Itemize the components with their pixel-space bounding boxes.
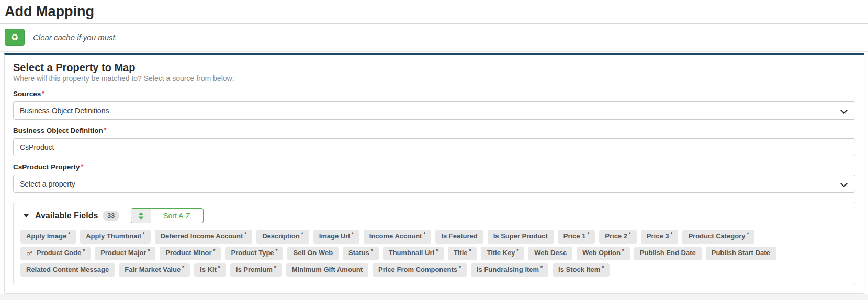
field-chip-label: Thumbnail Url — [389, 249, 434, 257]
sources-select[interactable]: Business Object Definitions — [13, 101, 855, 120]
field-chip[interactable]: Web Option* — [577, 247, 630, 260]
field-chip[interactable]: Price 1* — [558, 230, 595, 244]
field-chip-label: Income Account — [369, 233, 422, 240]
field-chip-label: Is Stock Item — [558, 266, 600, 274]
field-chip[interactable]: Price 2* — [599, 230, 637, 244]
field-chip[interactable]: Apply Thumbnail* — [80, 230, 150, 244]
field-chip[interactable]: Image Url* — [313, 230, 359, 244]
field-chip-label: Price 2 — [605, 233, 627, 240]
caret-down-icon[interactable] — [24, 214, 29, 217]
business-object-definition-label: Business Object Definition* — [13, 126, 855, 134]
field-chip-label: Title Key — [487, 249, 515, 257]
field-chip[interactable]: Minimum Gift Amount — [286, 263, 368, 277]
field-chip-label: Deferred Income Account — [161, 233, 243, 240]
required-asterisk: * — [81, 163, 84, 170]
field-chip-label: Publish Start Date — [712, 249, 770, 257]
field-chip-label: Fair Market Value — [125, 266, 181, 274]
sort-az-label: Sort A-Z — [151, 209, 202, 223]
sort-az-button[interactable]: Sort A-Z — [131, 208, 203, 223]
field-chip[interactable]: Publish End Date — [634, 247, 702, 260]
field-chip-label: Product Code — [37, 249, 81, 257]
required-asterisk: * — [42, 90, 44, 97]
field-chip[interactable]: Related Content Message — [20, 263, 115, 277]
business-object-definition-input[interactable] — [13, 138, 855, 156]
field-chip[interactable]: Is Super Product — [488, 230, 554, 244]
field-chip-label: Sell On Web — [293, 249, 333, 257]
field-chip-label: Status — [348, 249, 369, 257]
field-chip-label: Product Type — [231, 249, 274, 257]
panel-subheading: Where will this property be matched to? … — [13, 74, 855, 83]
recycle-icon: ♻ — [10, 33, 18, 42]
field-chip[interactable]: Price From Components* — [373, 263, 467, 277]
field-chip-label: Web Desc — [534, 249, 567, 257]
field-chip[interactable]: Product Category* — [682, 230, 754, 244]
field-chip[interactable]: Is Featured — [435, 230, 483, 244]
field-chip[interactable]: Title* — [448, 247, 477, 260]
field-chip-label: Is Featured — [441, 233, 477, 240]
field-chip[interactable]: Is Kit* — [194, 263, 226, 277]
select-property-panel: Select a Property to Map Where will this… — [4, 53, 864, 294]
field-chip[interactable]: Status* — [343, 247, 379, 260]
field-chip-label: Price 3 — [647, 233, 669, 240]
field-chip-label: Is Fundraising Item — [477, 266, 539, 274]
field-chip[interactable]: Is Premium* — [230, 263, 282, 277]
field-chip[interactable]: Product Type* — [225, 247, 283, 260]
field-chip[interactable]: Product Minor* — [160, 247, 221, 260]
available-fields-chip-list: Apply Image*Apply Thumbnail*Deferred Inc… — [20, 230, 848, 277]
field-chip[interactable]: Fair Market Value* — [119, 263, 190, 277]
field-chip-label: Apply Thumbnail — [86, 233, 141, 240]
field-chip[interactable]: Web Desc — [528, 247, 572, 260]
field-chip-label: Related Content Message — [26, 266, 109, 274]
page-title: Add Mapping — [0, 0, 868, 24]
field-chip[interactable]: Publish Start Date — [706, 247, 776, 260]
field-chip[interactable]: Apply Image* — [20, 230, 76, 244]
available-fields-count-badge: 33 — [103, 211, 119, 221]
field-chip-label: Product Major — [100, 249, 146, 257]
field-chip[interactable]: Title Key* — [481, 247, 524, 260]
field-chip-label: Minimum Gift Amount — [292, 266, 363, 274]
field-chip[interactable]: Product Major* — [95, 247, 155, 260]
field-chip-label: Title — [454, 249, 468, 257]
field-chip-label: Web Option — [582, 249, 621, 257]
field-chip-label: Apply Image — [26, 233, 66, 240]
field-chip-label: Description — [262, 233, 300, 240]
sources-label: Sources* — [13, 90, 855, 98]
csproduct-property-select[interactable]: Select a property — [13, 175, 855, 193]
csproduct-property-label: CsProduct Property* — [13, 163, 855, 171]
field-chip-label: Is Super Product — [493, 233, 548, 240]
available-fields-title: Available Fields — [35, 211, 98, 221]
cache-notice-text: Clear cache if you must. — [33, 33, 117, 42]
field-chip-label: Publish End Date — [640, 249, 696, 257]
available-fields-panel: Available Fields 33 Sort A-Z Apply Image… — [13, 202, 855, 285]
field-chip-label: Image Url — [319, 233, 350, 240]
cache-notice-row: ♻ Clear cache if you must. — [0, 24, 868, 52]
footer-strip — [0, 294, 868, 300]
field-chip-label: Is Kit — [200, 266, 217, 274]
panel-heading: Select a Property to Map — [13, 62, 855, 74]
field-chip-label: Product Category — [688, 233, 745, 240]
field-chip[interactable]: Is Stock Item* — [553, 263, 610, 277]
field-chip[interactable]: Is Fundraising Item* — [471, 263, 548, 277]
field-chip-label: Price From Components — [378, 266, 457, 274]
field-chip[interactable]: Sell On Web — [287, 247, 339, 260]
field-chip[interactable]: Income Account* — [364, 230, 432, 244]
field-chip-label: Price 1 — [563, 233, 586, 240]
field-chip-label: Is Premium — [236, 266, 273, 274]
field-chip[interactable]: Deferred Income Account* — [155, 230, 253, 244]
clear-cache-button[interactable]: ♻ — [5, 29, 25, 46]
key-icon — [25, 248, 34, 258]
field-chip[interactable]: Price 3* — [641, 230, 679, 244]
field-chip[interactable]: Description* — [256, 230, 309, 244]
field-chip-label: Product Minor — [165, 249, 211, 257]
sort-arrows-icon — [131, 209, 151, 223]
required-asterisk: * — [104, 126, 107, 134]
field-chip[interactable]: Product Code* — [20, 247, 91, 260]
field-chip[interactable]: Thumbnail Url* — [383, 247, 444, 260]
